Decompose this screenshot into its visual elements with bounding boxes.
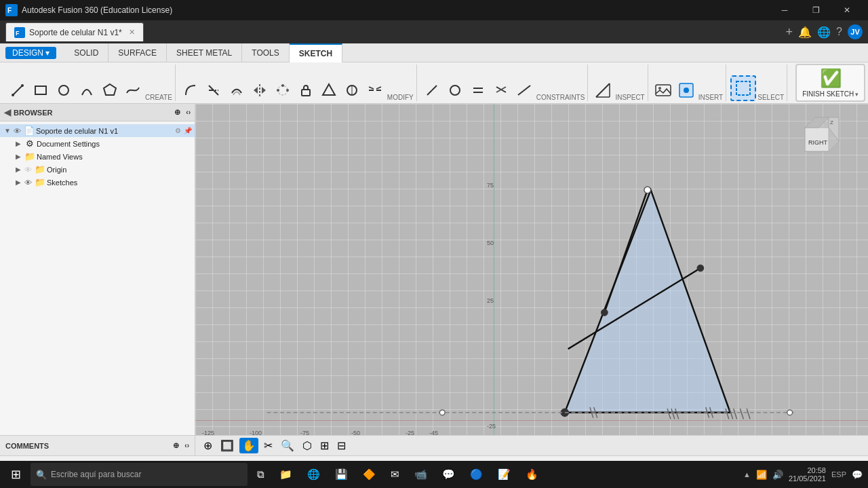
axis-indicator[interactable]: RIGHT Z <box>802 114 842 155</box>
offset-tool-button[interactable] <box>226 79 248 101</box>
ruler-x-neg75: -75 <box>300 430 309 435</box>
visibility-icon-sketches[interactable]: 👁 <box>24 179 32 187</box>
finish-sketch-button[interactable]: ✅ FINISH SKETCH ▾ <box>795 64 865 102</box>
minimize-button[interactable]: ─ <box>769 0 800 20</box>
help-icon[interactable]: ? <box>836 26 842 38</box>
close-button[interactable]: ✕ <box>831 0 863 20</box>
network-icon[interactable]: 📶 <box>756 470 767 480</box>
comments-add-button[interactable]: ⊕ <box>173 441 179 450</box>
globe-icon[interactable]: 🌐 <box>817 26 831 39</box>
break-tool-button[interactable] <box>318 79 340 101</box>
tray-expand-icon[interactable]: ▲ <box>743 470 751 478</box>
browser-collapse-button[interactable]: ◀ <box>4 107 11 117</box>
comments-collapse-button[interactable]: ‹› <box>184 442 189 449</box>
notification-icon[interactable]: 🔔 <box>798 26 812 39</box>
grid-icon[interactable]: ⬡ <box>300 438 315 453</box>
insert-image-button[interactable] <box>652 79 674 101</box>
browser-options-button[interactable]: ⊕ <box>174 108 180 117</box>
word-button[interactable]: 📝 <box>492 463 516 486</box>
arc-tool-button[interactable] <box>76 79 98 101</box>
chrome-button[interactable]: 🔵 <box>465 463 488 486</box>
canvas-area[interactable]: 75 50 25 -25 -125 -100 -75 -50 -25 -45 <box>195 104 868 435</box>
volume-icon[interactable]: 🔊 <box>772 470 783 480</box>
tree-label-origin: Origin <box>47 166 192 174</box>
file-explorer-button[interactable]: 📁 <box>274 463 298 486</box>
tree-label-root: Soporte de celular N1 v1 <box>36 127 174 135</box>
table-icon[interactable]: ⊟ <box>334 438 349 453</box>
mail-button[interactable]: ✉ <box>385 463 405 486</box>
teams-button[interactable]: 💬 <box>437 463 460 486</box>
tree-root-options-icon[interactable]: ⚙ <box>175 127 181 134</box>
layout-icon[interactable]: ⊞ <box>317 438 332 453</box>
create-group-label: CREATE <box>145 94 172 101</box>
active-tab[interactable]: F Soporte de celular N1 v1* ✕ <box>5 22 144 41</box>
zoom-icon[interactable]: 🔍 <box>278 438 297 453</box>
tree-icon-origin: 📁 <box>35 164 45 174</box>
parallel-constraint-button[interactable] <box>490 79 512 101</box>
start-button[interactable]: ⊞ <box>5 463 26 486</box>
tree-item-sketches[interactable]: ▶ 👁 📁 Sketches <box>0 176 195 189</box>
equal-constraint-button[interactable] <box>467 79 489 101</box>
svg-point-30 <box>450 86 460 95</box>
line-tool-button[interactable] <box>7 79 28 101</box>
title-bar: F Autodesk Fusion 360 (Education License… <box>0 0 868 20</box>
measure-icon[interactable]: ✂ <box>261 438 275 453</box>
fusion-taskbar-button[interactable]: 🔥 <box>520 463 544 486</box>
visibility-icon-root[interactable]: 👁 <box>14 127 21 135</box>
tree-label-named-views: Named Views <box>37 153 192 161</box>
tree-arrow-named-views: ▶ <box>14 153 23 160</box>
svg-line-28 <box>427 90 432 95</box>
axis-cube-icon: RIGHT Z <box>802 114 842 155</box>
tab-close-button[interactable]: ✕ <box>129 28 135 37</box>
search-bar[interactable]: 🔍 Escribe aquí para buscar <box>31 463 248 486</box>
mirror-tool-button[interactable] <box>249 79 271 101</box>
rectangle-tool-button[interactable] <box>30 79 52 101</box>
browser-pin-button[interactable]: ‹› <box>186 109 191 116</box>
scale-tool-button[interactable] <box>341 79 363 101</box>
explode-tool-button[interactable] <box>364 79 386 101</box>
measure-tool-button[interactable] <box>592 79 614 101</box>
tab-surface[interactable]: SURFACE <box>108 43 167 62</box>
clock-date[interactable]: 20:58 21/05/2021 <box>789 466 826 483</box>
svg-point-18 <box>286 89 289 92</box>
canvas-button[interactable] <box>675 79 697 101</box>
coincident-constraint-button[interactable] <box>421 79 443 101</box>
user-avatar[interactable]: JV <box>848 24 863 39</box>
tree-item-root[interactable]: ▼ 👁 📄 Soporte de celular N1 v1 ⚙ 📌 <box>0 124 195 137</box>
tree-item-named-views[interactable]: ▶ 📁 Named Views <box>0 150 195 163</box>
circle-constraint-button[interactable] <box>444 79 466 101</box>
circle-tool-button[interactable] <box>53 79 75 101</box>
fillet-tool-button[interactable] <box>180 79 201 101</box>
notification-taskbar-icon[interactable]: 💬 <box>852 470 863 480</box>
visibility-icon-origin[interactable]: 👁 <box>24 166 32 174</box>
taskview-button[interactable]: ⧉ <box>252 463 270 486</box>
pan-tool-icon[interactable]: ✋ <box>239 438 258 453</box>
maximize-button[interactable]: ❐ <box>800 0 831 20</box>
tree-root-pin-icon[interactable]: 📌 <box>184 127 192 134</box>
lock-tool-button[interactable] <box>295 79 317 101</box>
tangent-constraint-button[interactable] <box>513 79 535 101</box>
tab-sketch[interactable]: SKETCH <box>290 43 342 62</box>
tab-solid[interactable]: SOLID <box>64 43 108 62</box>
select-box-button[interactable] <box>730 75 756 101</box>
tree-icon-root: 📄 <box>24 126 35 136</box>
tree-icon-doc-settings: ⚙ <box>24 138 35 149</box>
trim-tool-button[interactable] <box>203 79 224 101</box>
browser-button[interactable]: 🔶 <box>357 463 381 486</box>
tree-item-origin[interactable]: ▶ 👁 📁 Origin <box>0 163 195 176</box>
tree-item-doc-settings[interactable]: ▶ ⚙ Document Settings <box>0 137 195 150</box>
spline-tool-button[interactable] <box>122 79 144 101</box>
finish-sketch-label: FINISH SKETCH <box>802 90 854 98</box>
polygon-tool-button[interactable] <box>99 79 121 101</box>
view-icon[interactable]: 🔲 <box>218 438 237 453</box>
svg-line-56 <box>706 407 709 418</box>
new-tab-button[interactable]: + <box>786 25 793 39</box>
tab-sheet-metal[interactable]: SHEET METAL <box>167 43 242 62</box>
zoom-button[interactable]: 📹 <box>409 463 433 486</box>
edge-browser-button[interactable]: 🌐 <box>302 463 326 486</box>
files-button[interactable]: 💾 <box>330 463 353 486</box>
tab-tools[interactable]: TOOLS <box>242 43 289 62</box>
orbit-icon[interactable]: ⊕ <box>201 438 215 453</box>
design-dropdown-button[interactable]: DESIGN ▾ <box>5 47 56 59</box>
circular-pattern-button[interactable] <box>272 79 294 101</box>
